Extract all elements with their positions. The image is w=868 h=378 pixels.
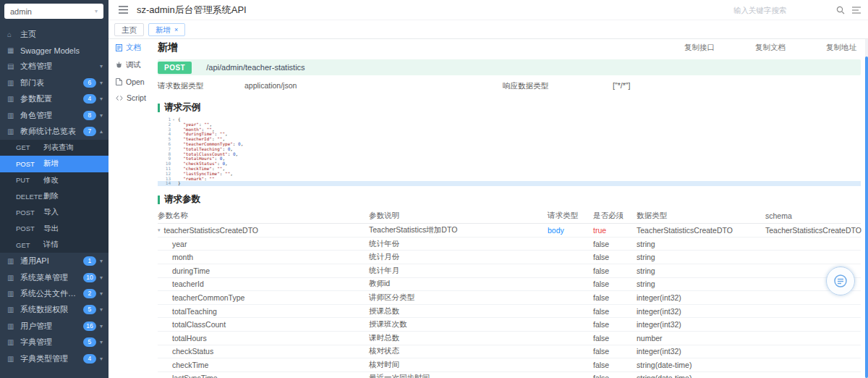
request-type-label: 请求数据类型 <box>158 81 203 91</box>
search-input[interactable] <box>732 5 829 15</box>
chevron-icon: ▾ <box>100 356 103 362</box>
code-line: 11 "checkTime": "", <box>158 167 861 172</box>
sidebar-submenu: GET 列表查询 POST 新增 PUT 修改 DELETE 删除 POST 导… <box>0 140 109 253</box>
param-row: totalClassCount 授课班次数 false integer(int3… <box>158 318 861 332</box>
code-icon <box>116 95 123 101</box>
menu-item-icon: ▥ <box>7 274 17 282</box>
fold-icon <box>171 161 176 167</box>
param-row: teacherId 教师id false string <box>158 278 861 292</box>
close-icon[interactable]: × <box>174 24 178 35</box>
section-bar <box>158 196 160 204</box>
count-badge: 5 <box>83 337 96 347</box>
request-example-editor[interactable]: 1 ▾ { 2 "year": "", 3 "month": "", 4 "du… <box>158 117 861 186</box>
http-method-label: GET <box>16 143 43 151</box>
tab-script[interactable]: Script <box>109 90 150 106</box>
code-line: 6 "teacherCommonType": 0, <box>158 142 861 147</box>
param-row-root: ▾teacherStatisticsCreateDTO TeacherStati… <box>158 224 861 238</box>
http-method-label: POST <box>16 224 43 232</box>
sidebar-item-common-api[interactable]: ▥ 通用API 1 ▾ <box>0 253 109 269</box>
sidebar-item-teacher-statistics[interactable]: ▥ 教师统计总览表 7 ▴ <box>0 123 109 139</box>
chevron-icon: ▾ <box>100 96 103 102</box>
line-number: 14 <box>158 181 171 186</box>
section-bar <box>158 104 160 112</box>
sidebar-item-doc-manage[interactable]: ▤ 文档管理 ▾ <box>0 59 109 75</box>
menu-item-icon: ▤ <box>7 62 17 70</box>
sidebar-item-sys-file[interactable]: ▥ 系统公共文件管理 2 ▾ <box>0 285 109 301</box>
menu-item-icon: ⌂ <box>7 30 17 38</box>
sidebar-api-item[interactable]: GET 列表查询 <box>0 140 109 156</box>
sidebar-item-sys-data-perm[interactable]: ▥ 系统数据权限 5 ▾ <box>0 302 109 318</box>
sidebar-item-param-config[interactable]: ▥ 参数配置 4 ▾ <box>0 91 109 107</box>
chevron-icon: ▾ <box>100 323 103 329</box>
copy-api-link[interactable]: 复制接口 <box>684 43 715 53</box>
menu-icon[interactable] <box>852 7 861 14</box>
count-badge: 7 <box>83 127 96 136</box>
tab-open[interactable]: Open <box>109 74 150 90</box>
sidebar-item-dept-table[interactable]: ▥ 部门表 6 ▾ <box>0 75 109 91</box>
sidebar-api-item[interactable]: PUT 修改 <box>0 172 109 188</box>
sidebar-item-swagger-models[interactable]: ▦ Swagger Models <box>0 42 109 58</box>
chevron-icon: ▾ <box>100 112 103 119</box>
count-badge: 4 <box>83 354 96 364</box>
section-request-example: 请求示例 <box>158 101 865 114</box>
expand-toggle-icon[interactable]: ▾ <box>158 227 161 233</box>
copy-address-link[interactable]: 复制地址 <box>826 43 856 53</box>
tab-doc[interactable]: 文档 <box>109 39 150 56</box>
api-doc-panel: 新增 复制接口 复制文档 复制地址 POST /api/admin/teache… <box>150 39 865 378</box>
vertical-scrollbar[interactable] <box>865 56 868 378</box>
count-badge: 6 <box>83 78 96 88</box>
top-header: sz-admin后台管理系统API <box>109 0 868 20</box>
doc-side-nav: 文档 调试 Open Script <box>109 39 150 378</box>
fold-icon <box>171 181 176 186</box>
sidebar-api-item[interactable]: GET 详情 <box>0 237 109 253</box>
params-table: 参数名称 参数说明 请求类型 是否必须 数据类型 schema ▾teacher… <box>158 209 861 378</box>
param-row: year 统计年份 false string <box>158 238 861 251</box>
menu-item-icon: ▥ <box>7 257 17 265</box>
api-group-select[interactable]: admin ▾ <box>4 4 103 19</box>
fold-icon <box>171 127 176 133</box>
param-row: lastSyncTime 最近一次同步时间 false string(date-… <box>158 372 861 378</box>
code-line: 2 "year": "", <box>158 122 861 127</box>
sidebar-item-user-manage[interactable]: ▥ 用户管理 16 ▾ <box>0 318 109 334</box>
count-badge: 8 <box>83 111 96 120</box>
menu-item-icon: ▦ <box>7 46 17 54</box>
tab-debug[interactable]: 调试 <box>109 56 150 74</box>
count-badge: 5 <box>83 305 96 314</box>
param-row: checkStatus 核对状态 false integer(int32) <box>158 345 861 359</box>
floating-menu-button[interactable] <box>826 266 855 295</box>
tab-home[interactable]: 主页 <box>114 23 144 36</box>
count-badge: 10 <box>83 273 96 282</box>
chevron-icon: ▾ <box>100 63 103 70</box>
content-type-row: 请求数据类型 application/json 响应数据类型 ["*/*"] <box>158 75 865 94</box>
fold-icon <box>171 156 176 161</box>
sidebar-item-sys-menu[interactable]: ▥ 系统菜单管理 10 ▾ <box>0 269 109 285</box>
search-icon[interactable] <box>836 6 845 14</box>
file-icon <box>116 78 122 85</box>
chevron-icon: ▾ <box>100 274 103 281</box>
code-line: 10 "checkStatus": 0, <box>158 161 861 167</box>
request-type-value: application/json <box>244 81 297 90</box>
copy-doc-link[interactable]: 复制文档 <box>755 43 786 53</box>
sidebar-item-dict-type-manage[interactable]: ▥ 字典类型管理 4 ▾ <box>0 350 109 366</box>
tab-bar: 主页 新增 × <box>109 20 868 39</box>
sidebar-api-item[interactable]: POST 导出 <box>0 221 109 237</box>
chevron-icon: ▾ <box>100 306 103 313</box>
sidebar-item-role-manage[interactable]: ▥ 角色管理 8 ▾ <box>0 107 109 123</box>
param-row: duringTime 统计年月 false string <box>158 264 861 278</box>
code-line: 8 "totalClassCount": 0, <box>158 152 861 157</box>
sidebar-api-item[interactable]: DELETE 删除 <box>0 188 109 204</box>
menu-item-icon: ▥ <box>7 290 17 298</box>
sidebar-item-home[interactable]: ⌂ 主页 <box>0 26 109 42</box>
sidebar-item-dict-manage[interactable]: ▥ 字典管理 5 ▾ <box>0 334 109 350</box>
sidebar-api-item[interactable]: POST 导入 <box>0 204 109 220</box>
menu-item-icon: ▥ <box>7 355 17 363</box>
fold-icon <box>171 172 176 177</box>
code-line: 1 ▾ { <box>158 117 861 122</box>
tab-new[interactable]: 新增 × <box>148 23 185 36</box>
param-row: checkTime 核对时间 false string(date-time) <box>158 358 861 372</box>
fold-icon <box>171 142 176 147</box>
collapse-menu-icon[interactable] <box>119 6 128 14</box>
app-root: { "colors":{"accent":"#3d8df5","method_p… <box>0 0 868 378</box>
sidebar-api-item-active[interactable]: POST 新增 <box>0 156 109 172</box>
count-badge: 2 <box>83 289 96 298</box>
